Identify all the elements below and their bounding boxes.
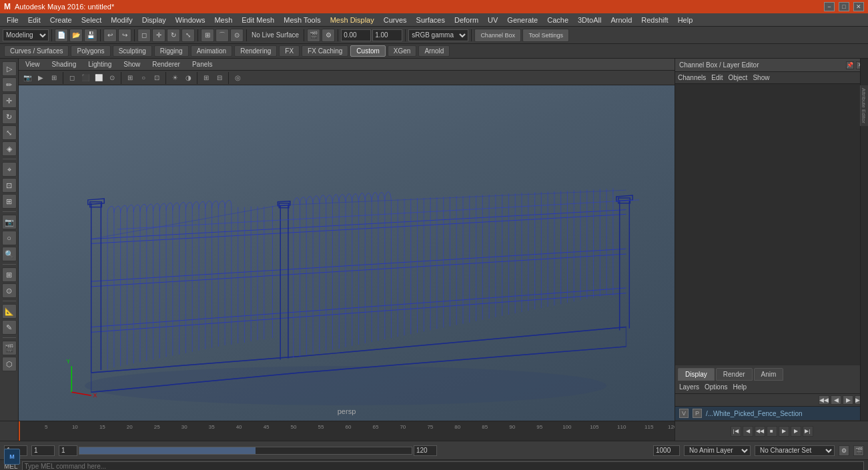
menu-cache[interactable]: Cache: [543, 15, 572, 25]
vp-hud-toggle[interactable]: ⊟: [213, 72, 226, 84]
open-scene-button[interactable]: 📂: [69, 29, 83, 42]
scale-tool-button[interactable]: ⤡: [181, 29, 195, 42]
marquee-tool-lt[interactable]: ⊡: [2, 178, 17, 193]
rotate-tool-lt[interactable]: ↻: [2, 109, 17, 124]
save-scene-button[interactable]: 💾: [84, 29, 97, 42]
show-menu[interactable]: Show: [753, 74, 769, 81]
mel-input[interactable]: [22, 461, 864, 471]
range-end[interactable]: [414, 445, 437, 456]
tab-animation[interactable]: Animation: [191, 45, 232, 57]
anim-layer-select[interactable]: No Anim Layer: [684, 445, 751, 456]
tab-curves-surfaces[interactable]: Curves / Surfaces: [4, 45, 69, 57]
menu-select[interactable]: Select: [77, 15, 106, 25]
menu-mesh-tools[interactable]: Mesh Tools: [280, 15, 324, 25]
move-tool-button[interactable]: ✛: [152, 29, 165, 42]
menu-uv[interactable]: UV: [484, 15, 502, 25]
play-forward-button[interactable]: ▶: [779, 426, 789, 437]
vp-wire-btn[interactable]: ⊞: [124, 72, 136, 84]
viewport-canvas[interactable]: .wire { stroke: #1a2a8a; stroke-width: 1…: [19, 85, 675, 421]
go-to-end-button[interactable]: ▶|: [803, 426, 813, 437]
anim-end-input[interactable]: [653, 445, 680, 456]
vp-shading-btn1[interactable]: ⬛: [79, 72, 91, 84]
object-menu[interactable]: Object: [729, 74, 748, 81]
menu-modify[interactable]: Modify: [107, 15, 136, 25]
scale-tool-lt[interactable]: ⤡: [2, 125, 17, 140]
start-frame-input[interactable]: [31, 445, 55, 456]
zoom-tool-lt[interactable]: 🔍: [2, 247, 17, 261]
layer-visibility-button[interactable]: V: [679, 409, 689, 418]
channels-menu[interactable]: Channels: [678, 74, 706, 81]
vp-playback-button[interactable]: ▶: [35, 72, 47, 84]
render-button[interactable]: 🎬: [307, 29, 320, 42]
menu-surfaces[interactable]: Surfaces: [412, 15, 449, 25]
tab-rigging[interactable]: Rigging: [154, 45, 189, 57]
input-field-1[interactable]: [341, 29, 371, 41]
layer-pickable-button[interactable]: P: [693, 409, 702, 418]
render-settings-status-button[interactable]: 🎬: [853, 445, 864, 456]
vp-menu-show[interactable]: Show: [121, 61, 143, 68]
color-space-select[interactable]: sRGB gamma: [408, 29, 468, 41]
move-tool-lt[interactable]: ✛: [2, 93, 17, 108]
options-menu[interactable]: Options: [705, 383, 727, 391]
menu-generate[interactable]: Generate: [503, 15, 542, 25]
manip-tool-lt[interactable]: ◈: [2, 141, 17, 156]
step-back-button[interactable]: ◀: [743, 426, 753, 437]
menu-arnold[interactable]: Arnold: [606, 15, 636, 25]
lasso-tool-lt[interactable]: ⌖: [2, 162, 17, 177]
tab-polygons[interactable]: Polygons: [71, 45, 110, 57]
rotate-tool-button[interactable]: ↻: [167, 29, 180, 42]
grid-button-lt[interactable]: ⊞: [2, 267, 17, 282]
vp-menu-panels[interactable]: Panels: [189, 61, 215, 68]
close-button[interactable]: ✕: [853, 2, 864, 11]
hypershade-lt[interactable]: ⬡: [2, 357, 17, 371]
char-set-select[interactable]: No Character Set: [755, 445, 835, 456]
menu-edit[interactable]: Edit: [24, 15, 45, 25]
menu-file[interactable]: File: [3, 15, 23, 25]
menu-display[interactable]: Display: [138, 15, 170, 25]
new-scene-button[interactable]: 📄: [55, 29, 68, 42]
edit-menu[interactable]: Edit: [711, 74, 723, 81]
camera-tool-lt[interactable]: 📷: [2, 215, 17, 229]
layer-scroll-prev[interactable]: ◀: [831, 395, 841, 405]
workspace-select[interactable]: Modeling Rendering Animation: [3, 29, 49, 41]
menu-deform[interactable]: Deform: [450, 15, 482, 25]
maximize-button[interactable]: □: [839, 2, 849, 11]
tool-settings-button[interactable]: Tool Settings: [522, 29, 569, 42]
tab-fx-caching[interactable]: FX Caching: [302, 45, 348, 57]
menu-redshift[interactable]: Redshift: [637, 15, 672, 25]
snap-curve-button[interactable]: ⌒: [215, 29, 229, 42]
tweak-tool-lt[interactable]: ⊞: [2, 194, 17, 209]
vp-menu-shading[interactable]: Shading: [49, 61, 79, 68]
vp-texture-btn[interactable]: ⊡: [151, 72, 163, 84]
vp-shading-btn2[interactable]: ⬜: [93, 72, 105, 84]
vp-shading-btn3[interactable]: ⊙: [106, 72, 118, 84]
panel-pin-button[interactable]: 📌: [846, 61, 854, 69]
timeline-ruler[interactable]: 5 10 15 20 25 30 35 40 45 50 55 60 65 70…: [19, 421, 675, 441]
menu-edit-mesh[interactable]: Edit Mesh: [238, 15, 278, 25]
range-slider[interactable]: [59, 445, 437, 456]
vp-camera-button[interactable]: 📷: [21, 72, 33, 84]
render-settings-button[interactable]: ⚙: [322, 29, 335, 42]
measure-lt[interactable]: 📐: [2, 304, 17, 319]
render-lt[interactable]: 🎬: [2, 341, 17, 355]
menu-mesh-display[interactable]: Mesh Display: [326, 15, 378, 25]
redo-button[interactable]: ↪: [118, 29, 131, 42]
vp-menu-renderer[interactable]: Renderer: [149, 61, 183, 68]
menu-create[interactable]: Create: [46, 15, 76, 25]
channel-box-button[interactable]: Channel Box: [474, 29, 521, 42]
tab-anim[interactable]: Anim: [754, 368, 784, 381]
help-menu[interactable]: Help: [733, 383, 747, 391]
select-tool-lt[interactable]: ▷: [2, 61, 17, 76]
layer-scroll-left[interactable]: ◀◀: [819, 395, 829, 405]
minimize-button[interactable]: −: [824, 2, 835, 11]
range-bar-container[interactable]: [79, 447, 412, 455]
range-start[interactable]: [59, 445, 77, 456]
attribute-editor-tab[interactable]: Attribute Editor: [860, 85, 868, 126]
menu-3dtoall[interactable]: 3DtoAll: [574, 15, 605, 25]
annotation-lt[interactable]: ✎: [2, 320, 17, 335]
tab-arnold[interactable]: Arnold: [418, 45, 450, 57]
stop-button[interactable]: ■: [767, 426, 777, 437]
tab-display[interactable]: Display: [678, 368, 715, 381]
menu-mesh[interactable]: Mesh: [210, 15, 236, 25]
snap-point-button[interactable]: ⊙: [230, 29, 244, 42]
